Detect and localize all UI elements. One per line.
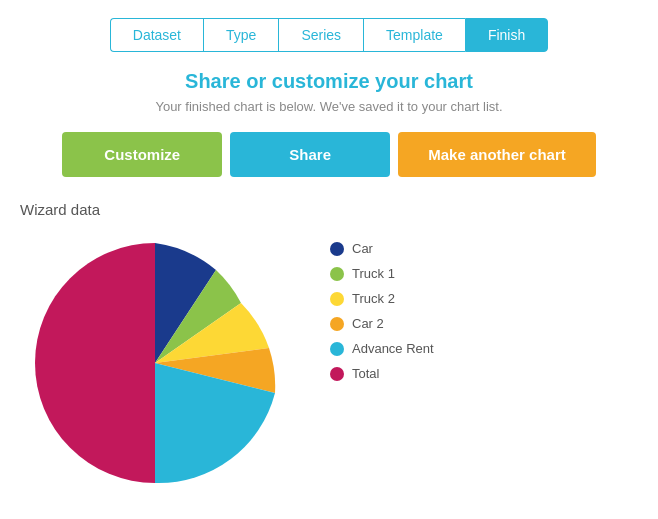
make-another-button[interactable]: Make another chart — [398, 132, 596, 177]
legend-item: Total — [330, 366, 434, 381]
tab-template[interactable]: Template — [363, 18, 465, 52]
legend-dot — [330, 367, 344, 381]
legend-item: Advance Rent — [330, 341, 434, 356]
chart-area: Wizard data CarTruck 1Truck 2Car 2Advanc… — [10, 201, 648, 508]
legend-item: Truck 1 — [330, 266, 434, 281]
chart-title-label: Wizard data — [20, 201, 300, 218]
tab-type[interactable]: Type — [203, 18, 278, 52]
chart-legend: CarTruck 1Truck 2Car 2Advance RentTotal — [330, 241, 434, 381]
action-buttons: Customize Share Make another chart — [10, 132, 648, 177]
legend-item: Truck 2 — [330, 291, 434, 306]
legend-item: Car — [330, 241, 434, 256]
legend-dot — [330, 342, 344, 356]
legend-dot — [330, 292, 344, 306]
legend-label: Truck 1 — [352, 266, 395, 281]
legend-label: Advance Rent — [352, 341, 434, 356]
page-title: Share or customize your chart — [10, 70, 648, 93]
chart-left: Wizard data — [20, 201, 300, 508]
legend-item: Car 2 — [330, 316, 434, 331]
tab-finish[interactable]: Finish — [465, 18, 548, 52]
legend-dot — [330, 317, 344, 331]
legend-dot — [330, 242, 344, 256]
legend-label: Truck 2 — [352, 291, 395, 306]
pie-chart — [20, 228, 300, 508]
customize-button[interactable]: Customize — [62, 132, 222, 177]
legend-label: Car — [352, 241, 373, 256]
legend-label: Total — [352, 366, 379, 381]
page-subtitle: Your finished chart is below. We've save… — [10, 99, 648, 114]
tab-dataset[interactable]: Dataset — [110, 18, 203, 52]
tab-bar: Dataset Type Series Template Finish — [10, 18, 648, 52]
tab-series[interactable]: Series — [278, 18, 363, 52]
legend-dot — [330, 267, 344, 281]
share-button[interactable]: Share — [230, 132, 390, 177]
legend-label: Car 2 — [352, 316, 384, 331]
